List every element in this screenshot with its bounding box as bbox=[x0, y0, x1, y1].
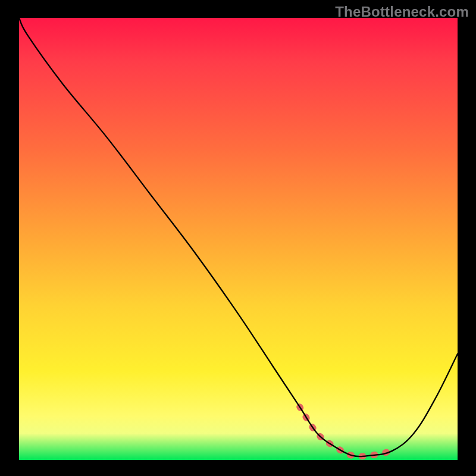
chart-frame: TheBottleneck.com bbox=[0, 0, 476, 476]
optimal-range-highlight bbox=[300, 407, 392, 456]
bottleneck-curve bbox=[19, 18, 458, 456]
curve-svg bbox=[19, 18, 458, 460]
watermark-text: TheBottleneck.com bbox=[335, 4, 469, 20]
plot-area bbox=[19, 18, 458, 460]
